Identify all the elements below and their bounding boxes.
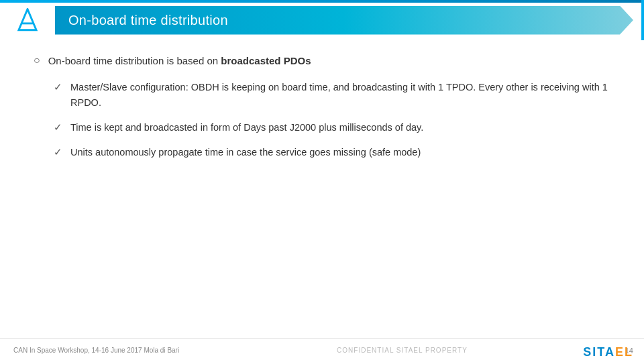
- company-logo: [15, 8, 40, 32]
- main-bullet-bold: broadcasted PDOs: [221, 55, 311, 66]
- sitael-logo-container: SITAEL: [583, 345, 633, 359]
- main-bullet: ○ On-board time distribution is based on…: [34, 54, 610, 69]
- check-icon-2: ✓: [54, 121, 62, 133]
- title-banner: On-board time distribution: [55, 6, 633, 35]
- slide-title: On-board time distribution: [68, 13, 228, 27]
- sub-bullet-text-2: Time is kept and broadcasted in form of …: [70, 120, 423, 135]
- svg-marker-0: [19, 9, 36, 30]
- footer: CAN In Space Workshop, 14-16 June 2017 M…: [0, 338, 644, 362]
- logo-container: [11, 5, 44, 35]
- sub-bullet-1: ✓ Master/Slave configuration: OBDH is ke…: [54, 80, 610, 111]
- check-icon-3: ✓: [54, 146, 62, 158]
- check-icon-1: ✓: [54, 81, 62, 93]
- sub-bullet-text-3: Units autonomously propagate time in cas…: [70, 145, 421, 160]
- footer-confidential-label: CONFIDENTIAL SITAEL PROPERTY: [337, 347, 468, 354]
- header: On-board time distribution: [0, 0, 644, 40]
- top-accent-bar: [0, 0, 644, 3]
- main-bullet-text: On-board time distribution is based on b…: [48, 54, 311, 69]
- sub-bullet-2: ✓ Time is kept and broadcasted in form o…: [54, 120, 610, 135]
- footer-event-label: CAN In Space Workshop, 14-16 June 2017 M…: [13, 347, 179, 354]
- sub-bullet-3: ✓ Units autonomously propagate time in c…: [54, 145, 610, 160]
- sitael-logo-text-el: EL: [615, 345, 633, 359]
- circle-bullet-icon: ○: [34, 54, 40, 66]
- main-content: ○ On-board time distribution is based on…: [0, 40, 644, 183]
- sub-bullet-text-1: Master/Slave configuration: OBDH is keep…: [70, 80, 610, 111]
- main-bullet-prefix: On-board time distribution is based on: [48, 55, 221, 66]
- sitael-logo-text: SITA: [583, 345, 615, 359]
- top-right-accent: [641, 0, 644, 40]
